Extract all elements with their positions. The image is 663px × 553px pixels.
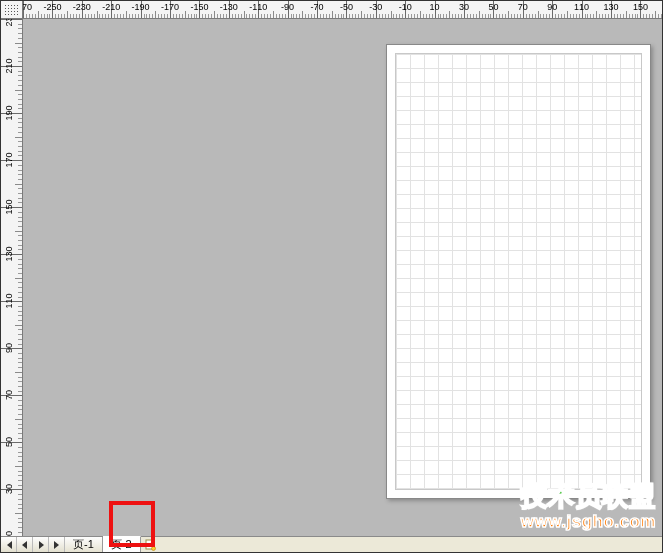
vruler-label: 30	[4, 484, 14, 494]
hruler-label: -30	[369, 2, 382, 12]
hruler-label: -250	[43, 2, 61, 12]
next-page-button[interactable]	[33, 537, 49, 552]
hruler-label: -50	[340, 2, 353, 12]
hruler-label: 10	[430, 2, 440, 12]
vruler-label: 230	[4, 19, 14, 27]
page-bar-filler	[159, 537, 662, 552]
vruler-label: 150	[4, 200, 14, 215]
page-tab-2[interactable]: 页-2	[103, 536, 141, 552]
horizontal-ruler[interactable]: -270-250-230-210-190-170-150-130-110-90-…	[23, 1, 662, 19]
hruler-label: 70	[518, 2, 528, 12]
hruler-label: -130	[220, 2, 238, 12]
hruler-label: -190	[132, 2, 150, 12]
hruler-label: -70	[310, 2, 323, 12]
drawing-canvas[interactable]	[23, 19, 662, 536]
hruler-label: -210	[102, 2, 120, 12]
hruler-label: 130	[603, 2, 618, 12]
hruler-label: -90	[281, 2, 294, 12]
hruler-label: 30	[459, 2, 469, 12]
vruler-label: 50	[4, 437, 14, 447]
hruler-label: -110	[249, 2, 267, 12]
vertical-ruler[interactable]: 2302101901701501301109070503010	[1, 19, 23, 536]
vruler-label: 210	[4, 59, 14, 74]
hruler-label: 50	[488, 2, 498, 12]
prev-page-button[interactable]	[17, 537, 33, 552]
vruler-label: 190	[4, 106, 14, 121]
page-tab-bar: 页-1页-2	[1, 536, 662, 552]
hruler-label: -10	[399, 2, 412, 12]
page-tab-1[interactable]: 页-1	[65, 537, 103, 552]
vruler-label: 90	[4, 343, 14, 353]
hruler-label: 90	[547, 2, 557, 12]
hruler-label: -270	[23, 2, 32, 12]
page-tab-label: 页-2	[111, 537, 132, 552]
first-page-button[interactable]	[1, 537, 17, 552]
vruler-label: 110	[4, 294, 14, 309]
page-tab-label: 页-1	[73, 537, 94, 552]
svg-point-1	[151, 546, 155, 550]
page-sheet[interactable]	[386, 44, 651, 499]
vruler-label: 70	[4, 390, 14, 400]
hruler-label: -170	[161, 2, 179, 12]
vruler-label: 170	[4, 153, 14, 168]
vruler-label: 130	[4, 247, 14, 262]
hruler-label: -230	[73, 2, 91, 12]
hruler-label: 150	[633, 2, 648, 12]
hruler-label: 110	[574, 2, 589, 12]
hruler-label: -150	[190, 2, 208, 12]
ruler-origin-box[interactable]	[1, 1, 23, 19]
last-page-button[interactable]	[49, 537, 65, 552]
page-margin	[395, 53, 642, 490]
new-page-button[interactable]	[141, 537, 159, 552]
